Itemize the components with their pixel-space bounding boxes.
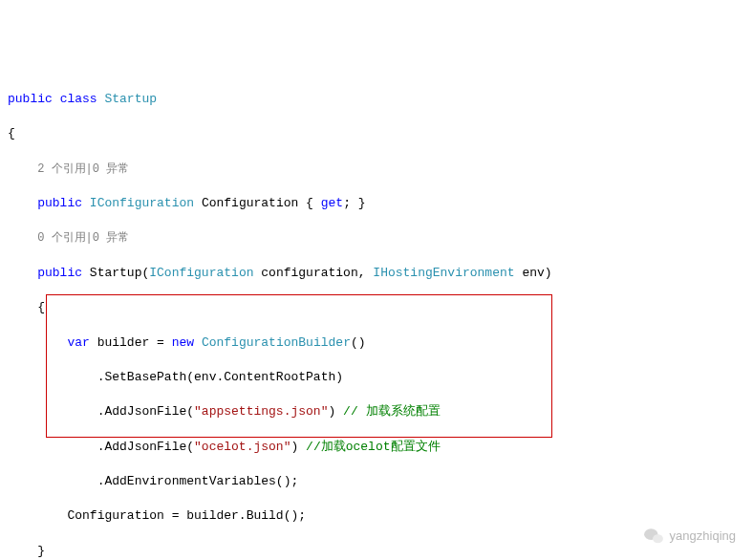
brace: { — [8, 299, 745, 316]
wechat-icon — [643, 528, 664, 545]
svg-point-1 — [653, 534, 663, 543]
brace: { — [8, 125, 745, 142]
builder-decl: var builder = new ConfigurationBuilder() — [8, 334, 745, 352]
config-prop: public IConfiguration Configuration { ge… — [8, 195, 745, 212]
assign: Configuration = builder.Build(); — [8, 507, 745, 525]
addjson2: .AddJsonFile("ocelot.json") //加载ocelot配置… — [8, 439, 745, 456]
brace: } — [8, 543, 745, 560]
addenv: .AddEnvironmentVariables(); — [8, 473, 745, 490]
ctor-sig: public Startup(IConfiguration configurat… — [8, 265, 745, 282]
setbase: .SetBasePath(env.ContentRootPath) — [8, 369, 745, 386]
watermark-text: yangzhiqing — [670, 528, 736, 545]
watermark: yangzhiqing — [643, 528, 736, 545]
class-decl: public class Startup — [8, 91, 745, 108]
codelens: 2 个引用|0 异常 — [8, 161, 745, 178]
codelens: 0 个引用|0 异常 — [8, 229, 745, 247]
code-block: public class Startup { 2 个引用|0 异常 public… — [8, 74, 745, 560]
addjson1: .AddJsonFile("appsettings.json") // 加载系统… — [8, 403, 745, 420]
